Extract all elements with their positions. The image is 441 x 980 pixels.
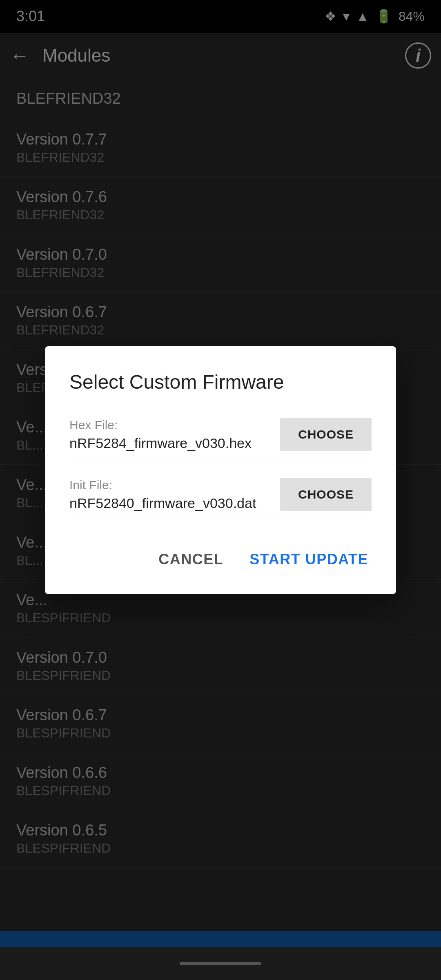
hex-file-label: Hex File: [69, 418, 280, 432]
hex-file-field: Hex File: nRF5284_firmware_v030.hex CHOO… [69, 418, 372, 458]
hex-file-value: nRF5284_firmware_v030.hex [69, 435, 280, 451]
init-file-row: Init File: nRF52840_firmware_v030.dat CH… [69, 478, 372, 518]
init-file-label: Init File: [69, 478, 280, 492]
init-file-value: nRF52840_firmware_v030.dat [69, 495, 280, 511]
init-file-choose-button[interactable]: CHOOSE [280, 478, 372, 511]
hex-file-text: Hex File: nRF5284_firmware_v030.hex [69, 418, 280, 451]
start-update-button[interactable]: START UPDATE [246, 544, 372, 575]
hex-file-row: Hex File: nRF5284_firmware_v030.hex CHOO… [69, 418, 372, 458]
select-firmware-dialog: Select Custom Firmware Hex File: nRF5284… [45, 346, 396, 594]
cancel-button[interactable]: CANCEL [155, 544, 227, 575]
init-file-text: Init File: nRF52840_firmware_v030.dat [69, 478, 280, 511]
dialog-actions: CANCEL START UPDATE [69, 538, 372, 575]
hex-file-choose-button[interactable]: CHOOSE [280, 418, 372, 451]
nav-bar [0, 947, 441, 980]
nav-bar-handle [180, 962, 261, 965]
init-file-field: Init File: nRF52840_firmware_v030.dat CH… [69, 478, 372, 518]
dialog-title: Select Custom Firmware [69, 371, 372, 393]
